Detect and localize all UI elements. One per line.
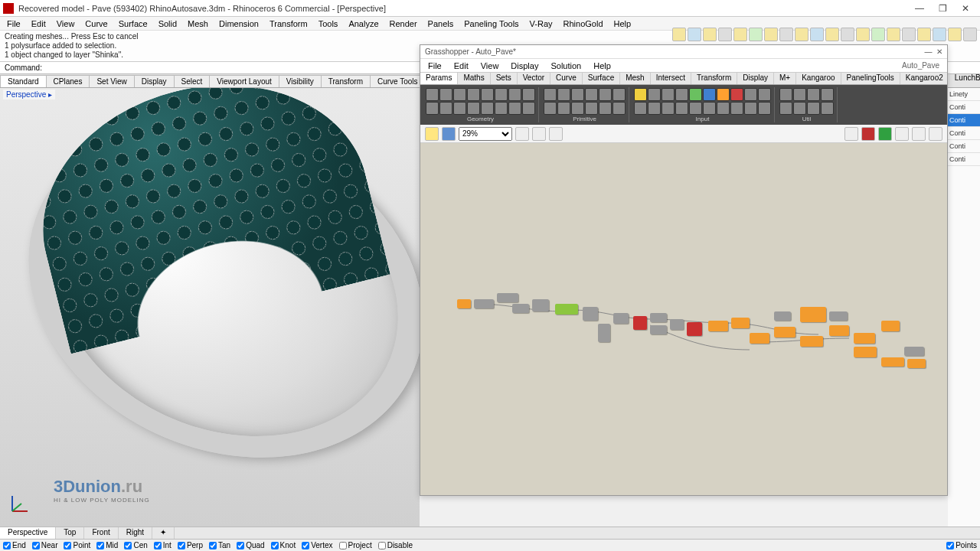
gh-component-icon[interactable] [730, 102, 743, 115]
tool-icon[interactable] [856, 28, 870, 41]
gh-component-icon[interactable] [426, 88, 439, 101]
menu-view[interactable]: View [51, 18, 80, 30]
gh-component-icon[interactable] [793, 102, 806, 115]
gh-component-icon[interactable] [779, 88, 792, 101]
gh-sketch-icon[interactable] [549, 127, 563, 141]
gh-component-icon[interactable] [544, 88, 557, 101]
gh-component-icon[interactable] [467, 102, 480, 115]
gh-component-icon[interactable] [807, 102, 820, 115]
gh-component-icon[interactable] [634, 102, 647, 115]
gh-component-icon[interactable] [779, 102, 792, 115]
gh-component-icon[interactable] [689, 88, 702, 101]
gh-node[interactable] [650, 313, 667, 322]
tool-icon[interactable] [948, 28, 962, 41]
gh-component-icon[interactable] [717, 102, 730, 115]
tab-select[interactable]: Select [174, 75, 211, 87]
gh-tab-panelingtools[interactable]: PanelingTools [841, 73, 900, 84]
gh-tab-kangaroo2[interactable]: Kangaroo2 [900, 73, 949, 84]
gh-tab-mplus[interactable]: M+ [774, 73, 796, 84]
minimize-button[interactable]: — [908, 3, 931, 14]
tool-icon[interactable] [887, 28, 900, 41]
gh-icon[interactable] [844, 127, 858, 141]
osnap-disable[interactable]: Disable [375, 541, 416, 549]
osnap-points-toggle[interactable]: Points [943, 541, 980, 549]
gh-component-icon[interactable] [439, 88, 452, 101]
gh-component-icon[interactable] [426, 102, 439, 115]
gh-component-icon[interactable] [758, 88, 771, 101]
tool-icon[interactable] [672, 28, 686, 41]
gh-tab-surface[interactable]: Surface [583, 73, 620, 84]
gh-tab-curve[interactable]: Curve [550, 73, 583, 84]
tab-standard[interactable]: Standard [0, 75, 47, 87]
gh-component-icon[interactable] [744, 102, 757, 115]
gh-component-icon[interactable] [821, 102, 834, 115]
tool-icon[interactable] [841, 28, 854, 41]
gh-component-icon[interactable] [467, 88, 480, 101]
gh-tab-display[interactable]: Display [737, 73, 774, 84]
menu-vray[interactable]: V-Ray [524, 18, 558, 30]
gh-zoom-select[interactable]: 29% [459, 127, 512, 141]
gh-node[interactable] [583, 307, 598, 321]
tool-icon[interactable] [688, 28, 701, 41]
osnap-cen[interactable]: Cen [121, 541, 150, 549]
gh-node[interactable] [555, 304, 578, 315]
menu-curve[interactable]: Curve [80, 18, 113, 30]
menu-dimension[interactable]: Dimension [214, 18, 264, 30]
gh-component-icon[interactable] [522, 102, 535, 115]
gh-component-icon[interactable] [508, 102, 521, 115]
tool-icon[interactable] [963, 28, 977, 41]
tool-icon[interactable] [933, 28, 946, 41]
panel-row[interactable]: Conti [948, 114, 980, 127]
menu-help[interactable]: Help [609, 18, 637, 30]
gh-preview-icon[interactable] [532, 127, 546, 141]
tool-icon[interactable] [825, 28, 839, 41]
gh-component-icon[interactable] [544, 102, 557, 115]
gh-tab-transform[interactable]: Transform [691, 73, 737, 84]
gh-component-icon[interactable] [585, 102, 598, 115]
gh-menu-help[interactable]: Help [587, 60, 617, 72]
gh-save-icon[interactable] [442, 127, 456, 141]
menu-file[interactable]: File [2, 18, 26, 30]
gh-node[interactable] [800, 336, 823, 347]
tool-icon[interactable] [795, 28, 808, 41]
gh-node[interactable] [904, 347, 924, 356]
gh-tab-intersect[interactable]: Intersect [651, 73, 691, 84]
tool-icon[interactable] [871, 28, 885, 41]
menu-panels[interactable]: Panels [423, 18, 459, 30]
gh-component-icon[interactable] [821, 88, 834, 101]
gh-component-icon[interactable] [758, 102, 771, 115]
menu-rhinogold[interactable]: RhinoGold [558, 18, 609, 30]
osnap-end[interactable]: End [0, 541, 29, 549]
panel-row[interactable]: Conti [948, 127, 980, 140]
gh-menu-edit[interactable]: Edit [448, 60, 475, 72]
gh-component-icon[interactable] [744, 88, 757, 101]
gh-node[interactable] [687, 322, 702, 336]
gh-tab-lunchbox[interactable]: LunchBox [949, 73, 980, 84]
gh-node[interactable] [881, 357, 904, 367]
tool-icon[interactable] [917, 28, 931, 41]
gh-node[interactable] [497, 293, 518, 302]
menu-edit[interactable]: Edit [26, 18, 51, 30]
gh-node[interactable] [598, 324, 610, 342]
panel-row[interactable]: Conti [948, 101, 980, 114]
gh-component-icon[interactable] [522, 88, 535, 101]
tool-icon[interactable] [810, 28, 824, 41]
gh-component-icon[interactable] [703, 102, 716, 115]
gh-node[interactable] [829, 325, 849, 336]
menu-surface[interactable]: Surface [113, 18, 153, 30]
gh-menu-display[interactable]: Display [505, 60, 544, 72]
tool-icon[interactable] [779, 28, 793, 41]
gh-tab-vector[interactable]: Vector [518, 73, 550, 84]
menu-transform[interactable]: Transform [264, 18, 313, 30]
gh-component-icon[interactable] [453, 88, 466, 101]
tool-icon[interactable] [718, 28, 732, 41]
gh-component-icon[interactable] [453, 102, 466, 115]
gh-component-icon[interactable] [599, 88, 612, 101]
gh-node[interactable] [457, 299, 471, 308]
gh-component-icon[interactable] [439, 102, 452, 115]
gh-node[interactable] [774, 311, 791, 321]
gh-node[interactable] [512, 304, 529, 313]
gh-canvas[interactable] [420, 143, 947, 495]
osnap-tan[interactable]: Tan [206, 541, 234, 549]
gh-node[interactable] [633, 316, 647, 330]
